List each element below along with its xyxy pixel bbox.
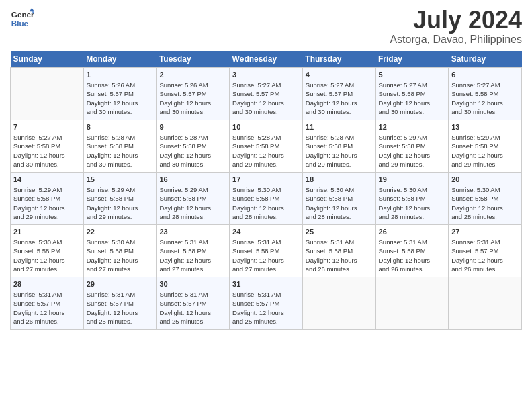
- day-cell: 1Sunrise: 5:26 AMSunset: 5:57 PMDaylight…: [83, 67, 157, 120]
- day-cell: 16Sunrise: 5:29 AMSunset: 5:58 PMDayligh…: [157, 172, 230, 224]
- day-info: and 28 minutes.: [451, 212, 519, 221]
- day-cell: 12Sunrise: 5:29 AMSunset: 5:58 PMDayligh…: [375, 120, 449, 172]
- day-cell: 11Sunrise: 5:28 AMSunset: 5:58 PMDayligh…: [302, 120, 375, 172]
- day-info: and 29 minutes.: [306, 160, 373, 169]
- day-number: 23: [159, 227, 226, 237]
- day-cell: 29Sunrise: 5:31 AMSunset: 5:57 PMDayligh…: [83, 277, 157, 329]
- day-info: and 30 minutes.: [87, 160, 154, 169]
- day-info: Sunset: 5:57 PM: [232, 299, 300, 308]
- day-info: and 26 minutes.: [379, 265, 446, 273]
- week-row-4: 21Sunrise: 5:30 AMSunset: 5:58 PMDayligh…: [11, 224, 522, 277]
- week-row-5: 28Sunrise: 5:31 AMSunset: 5:57 PMDayligh…: [11, 277, 522, 329]
- day-number: 29: [87, 279, 154, 289]
- day-number: 24: [232, 227, 300, 237]
- day-cell: 17Sunrise: 5:30 AMSunset: 5:58 PMDayligh…: [230, 172, 303, 224]
- day-info: Sunrise: 5:31 AM: [232, 238, 300, 246]
- day-info: Sunset: 5:58 PM: [87, 194, 154, 203]
- day-info: Sunrise: 5:30 AM: [379, 185, 446, 194]
- day-info: Daylight: 12 hours: [379, 99, 446, 107]
- week-row-1: 1Sunrise: 5:26 AMSunset: 5:57 PMDaylight…: [11, 67, 522, 120]
- day-info: Sunrise: 5:27 AM: [306, 81, 373, 89]
- day-info: Daylight: 12 hours: [13, 256, 81, 265]
- day-cell: [449, 277, 522, 329]
- day-info: Sunrise: 5:27 AM: [232, 81, 300, 89]
- day-info: Sunrise: 5:31 AM: [232, 290, 300, 299]
- day-cell: [375, 277, 449, 329]
- day-info: and 29 minutes.: [87, 212, 154, 221]
- day-info: Sunrise: 5:30 AM: [451, 185, 519, 194]
- week-row-3: 14Sunrise: 5:29 AMSunset: 5:58 PMDayligh…: [11, 172, 522, 224]
- day-info: Sunrise: 5:31 AM: [306, 238, 373, 246]
- day-info: Sunset: 5:58 PM: [159, 194, 226, 203]
- day-info: Sunrise: 5:28 AM: [159, 133, 226, 142]
- day-info: Sunset: 5:58 PM: [13, 194, 81, 203]
- day-info: Daylight: 12 hours: [159, 151, 226, 160]
- day-cell: 5Sunrise: 5:27 AMSunset: 5:58 PMDaylight…: [375, 67, 449, 120]
- day-info: Sunrise: 5:27 AM: [451, 81, 519, 89]
- day-info: Daylight: 12 hours: [13, 308, 81, 317]
- day-number: 17: [232, 175, 300, 185]
- day-info: Sunset: 5:58 PM: [13, 246, 81, 255]
- day-info: and 28 minutes.: [159, 212, 226, 221]
- day-cell: 26Sunrise: 5:31 AMSunset: 5:58 PMDayligh…: [375, 224, 449, 277]
- day-header-saturday: Saturday: [449, 51, 522, 68]
- day-number: 20: [451, 175, 519, 185]
- day-number: 30: [159, 279, 226, 289]
- day-info: Sunset: 5:58 PM: [87, 246, 154, 255]
- day-header-tuesday: Tuesday: [157, 51, 230, 68]
- day-number: 13: [451, 122, 519, 132]
- day-info: Sunset: 5:58 PM: [13, 142, 81, 150]
- day-info: Daylight: 12 hours: [87, 308, 154, 317]
- day-number: 14: [13, 175, 81, 185]
- day-number: 19: [379, 175, 446, 185]
- day-info: Sunset: 5:58 PM: [232, 194, 300, 203]
- day-info: and 30 minutes.: [159, 107, 226, 116]
- day-info: Daylight: 12 hours: [159, 256, 226, 265]
- day-info: Sunrise: 5:29 AM: [13, 185, 81, 194]
- day-cell: 22Sunrise: 5:30 AMSunset: 5:58 PMDayligh…: [83, 224, 157, 277]
- day-number: 12: [379, 122, 446, 132]
- day-info: Sunrise: 5:27 AM: [13, 133, 81, 142]
- day-info: and 26 minutes.: [306, 265, 373, 273]
- day-info: Sunset: 5:58 PM: [451, 142, 519, 150]
- day-info: and 30 minutes.: [13, 160, 81, 169]
- day-number: 9: [159, 122, 226, 132]
- day-info: and 27 minutes.: [232, 265, 300, 273]
- day-number: 18: [306, 175, 373, 185]
- day-info: Daylight: 12 hours: [232, 151, 300, 160]
- day-info: Sunset: 5:57 PM: [87, 89, 154, 98]
- day-number: 16: [159, 175, 226, 185]
- day-info: Sunset: 5:58 PM: [379, 246, 446, 255]
- day-info: Daylight: 12 hours: [379, 151, 446, 160]
- day-cell: 28Sunrise: 5:31 AMSunset: 5:57 PMDayligh…: [11, 277, 84, 329]
- day-cell: 23Sunrise: 5:31 AMSunset: 5:58 PMDayligh…: [157, 224, 230, 277]
- day-info: Sunset: 5:58 PM: [379, 194, 446, 203]
- day-info: Daylight: 12 hours: [379, 203, 446, 212]
- week-row-2: 7Sunrise: 5:27 AMSunset: 5:58 PMDaylight…: [11, 120, 522, 172]
- day-header-friday: Friday: [375, 51, 449, 68]
- day-number: 2: [159, 70, 226, 80]
- day-info: and 30 minutes.: [306, 107, 373, 116]
- day-info: Sunrise: 5:30 AM: [87, 238, 154, 246]
- day-cell: 4Sunrise: 5:27 AMSunset: 5:57 PMDaylight…: [302, 67, 375, 120]
- day-info: and 25 minutes.: [232, 317, 300, 326]
- day-info: Daylight: 12 hours: [159, 308, 226, 317]
- day-cell: [11, 67, 84, 120]
- header: General Blue July 2024 Astorga, Davao, P…: [10, 7, 522, 46]
- day-info: Daylight: 12 hours: [87, 99, 154, 107]
- day-info: Daylight: 12 hours: [87, 256, 154, 265]
- day-info: Sunrise: 5:31 AM: [159, 290, 226, 299]
- day-info: Daylight: 12 hours: [232, 256, 300, 265]
- days-header-row: SundayMondayTuesdayWednesdayThursdayFrid…: [11, 51, 522, 68]
- day-cell: 3Sunrise: 5:27 AMSunset: 5:57 PMDaylight…: [230, 67, 303, 120]
- day-cell: 18Sunrise: 5:30 AMSunset: 5:58 PMDayligh…: [302, 172, 375, 224]
- day-cell: 19Sunrise: 5:30 AMSunset: 5:58 PMDayligh…: [375, 172, 449, 224]
- day-info: and 30 minutes.: [159, 160, 226, 169]
- day-info: and 30 minutes.: [232, 107, 300, 116]
- day-cell: 25Sunrise: 5:31 AMSunset: 5:58 PMDayligh…: [302, 224, 375, 277]
- day-cell: 30Sunrise: 5:31 AMSunset: 5:57 PMDayligh…: [157, 277, 230, 329]
- title-area: July 2024 Astorga, Davao, Philippines: [390, 7, 522, 46]
- day-info: and 29 minutes.: [379, 160, 446, 169]
- day-number: 21: [13, 227, 81, 237]
- day-number: 1: [87, 70, 154, 80]
